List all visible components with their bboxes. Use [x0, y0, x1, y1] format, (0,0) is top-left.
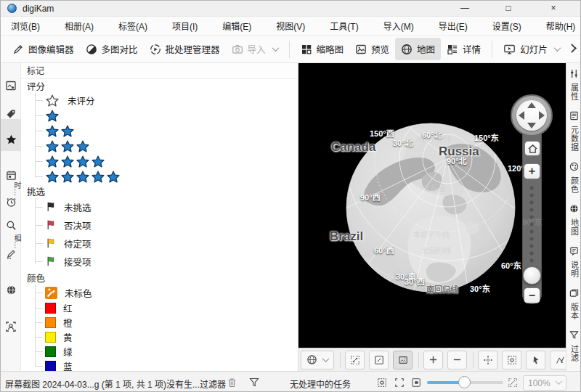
pick-row[interactable]: 待定项: [35, 234, 298, 253]
right-tab-filters[interactable]: 过滤: [569, 330, 579, 362]
trash-icon[interactable]: [227, 377, 237, 390]
sidebar-tab-dates[interactable]: [1, 170, 21, 181]
sidebar-tab-timeline-label[interactable]: 时…: [1, 181, 21, 196]
fit-width-icon[interactable]: [394, 377, 405, 390]
fit-window-button[interactable]: [369, 351, 389, 369]
color-row-label: 蓝: [63, 359, 73, 372]
zoom-in-button[interactable]: +: [524, 163, 540, 179]
color-row[interactable]: 红: [35, 301, 298, 315]
region-select-button[interactable]: [502, 351, 521, 369]
rating-row[interactable]: [35, 123, 298, 139]
sidebar-tab-albums[interactable]: [1, 80, 21, 91]
menu-item[interactable]: 导入(M): [376, 17, 421, 34]
sidebar-tab-tags[interactable]: [1, 108, 21, 120]
zoom-slider-knob[interactable]: [523, 266, 541, 285]
rating-row[interactable]: [35, 169, 298, 184]
batch-queue-button[interactable]: 批处理管理器: [144, 38, 226, 60]
zoom-percent-select[interactable]: 100%: [523, 375, 566, 391]
fit-box-icon: [374, 355, 384, 365]
map-zoom-out-button[interactable]: [447, 351, 467, 369]
star-icon: [106, 170, 121, 184]
maximize-button[interactable]: □: [496, 1, 521, 17]
menu-item[interactable]: 相册(A): [57, 17, 101, 34]
sidebar-tab-similarity-label[interactable]: 相…: [1, 234, 21, 249]
right-tab-metadata[interactable]: 元数据: [569, 110, 579, 152]
show-thumbnails-button[interactable]: [393, 351, 413, 369]
menu-item[interactable]: 标签(A): [111, 17, 155, 34]
menu-item[interactable]: 工具(T): [322, 17, 365, 34]
color-row[interactable]: 黄: [35, 330, 298, 344]
select-tool-button[interactable]: [526, 351, 545, 369]
plus-icon: [428, 355, 438, 364]
right-tab-map[interactable]: 地图: [569, 203, 579, 236]
pick-row[interactable]: 未挑选: [35, 198, 298, 216]
item-info: 屏幕截图 2024-04-03...g (第 1 项, 共 1 项): [5, 377, 166, 390]
zoom-percent-value: 100%: [528, 378, 550, 388]
sidebar-tab-similarity[interactable]: [1, 248, 21, 259]
rating-row[interactable]: 未评分: [35, 93, 298, 108]
region-zoom-icon[interactable]: [377, 377, 387, 390]
minimize-button[interactable]: —: [452, 1, 477, 17]
close-button[interactable]: ×: [541, 1, 566, 17]
right-sidebar-tabs: 属性元数据颜色地图说明版本过滤工具: [566, 63, 581, 371]
right-tab-captions-icon: [569, 245, 579, 258]
menu-item[interactable]: 视图(V): [269, 17, 312, 34]
pick-row[interactable]: 否决项: [35, 216, 298, 234]
thumbnails-button[interactable]: 缩略图: [295, 38, 350, 60]
filter-tool-button[interactable]: [550, 351, 566, 369]
fit-selection-icon[interactable]: [411, 377, 421, 390]
sidebar-tab-people[interactable]: [1, 321, 21, 332]
color-row[interactable]: 橙: [35, 315, 298, 330]
pick-row[interactable]: 接受项: [35, 253, 298, 271]
import-button[interactable]: 导入: [226, 38, 284, 60]
menu-item[interactable]: 导出(E): [431, 17, 475, 34]
rating-row[interactable]: [35, 154, 298, 169]
flag-icon: [45, 255, 57, 269]
rating-row[interactable]: [35, 139, 298, 154]
color-swatch: [45, 361, 56, 372]
image-editor-button[interactable]: 图像编辑器: [7, 38, 80, 60]
color-row[interactable]: 蓝: [35, 359, 298, 371]
arrow-up-icon[interactable]: [527, 102, 536, 108]
filter-info: 没有生...过滤器: [166, 377, 226, 390]
home-button[interactable]: [524, 141, 540, 156]
light-table-button[interactable]: 多图对比: [80, 38, 144, 60]
color-row[interactable]: 未标色: [35, 285, 298, 301]
fullscreen-icon[interactable]: [508, 377, 518, 390]
menu-item[interactable]: 浏览(B): [4, 17, 47, 34]
sidebar-tab-search[interactable]: [1, 220, 21, 231]
menu-item[interactable]: 项目(I): [165, 17, 205, 34]
sidebar-tab-map[interactable]: [1, 285, 21, 295]
slideshow-button[interactable]: 幻灯片: [497, 38, 566, 60]
thumbnail-zoom-knob[interactable]: [458, 376, 471, 388]
right-tab-colors[interactable]: 颜色: [569, 161, 579, 194]
arrow-left-icon[interactable]: [519, 111, 524, 120]
map-view[interactable]: CanadaRussiaBrazil150°西60°北150°东30°北90°北…: [298, 63, 566, 371]
details-button[interactable]: 详情: [441, 38, 487, 60]
map-button[interactable]: 地图: [395, 38, 441, 60]
pan-dpad[interactable]: [511, 94, 553, 136]
right-tab-captions[interactable]: 说明: [569, 245, 579, 278]
filter-funnel-icon[interactable]: [249, 377, 259, 389]
color-swatch: [45, 346, 56, 357]
sidebar-tab-timeline[interactable]: [1, 197, 21, 208]
toolbar-overflow-arrow[interactable]: [567, 44, 577, 53]
menu-item[interactable]: 编辑(E): [215, 17, 259, 34]
sidebar-tab-labels[interactable]: [1, 134, 21, 146]
pan-mode-button[interactable]: [478, 351, 497, 369]
menu-item[interactable]: 帮助(H): [539, 17, 581, 34]
zoom-out-button[interactable]: −: [524, 287, 540, 303]
map-zoom-in-button[interactable]: [423, 351, 443, 369]
right-tab-properties[interactable]: 属性: [569, 68, 579, 101]
arrow-right-icon[interactable]: [539, 111, 545, 120]
menu-item[interactable]: 设置(S): [485, 17, 529, 34]
slideshow-icon: [503, 44, 516, 55]
preview-button[interactable]: 预览: [349, 38, 395, 60]
arrow-down-icon[interactable]: [527, 123, 536, 128]
right-tab-versions[interactable]: 版本: [569, 287, 579, 320]
projection-select[interactable]: [301, 351, 334, 369]
zoom-to-selection-button[interactable]: [345, 351, 365, 369]
color-row-label: 绿: [63, 345, 73, 359]
color-row[interactable]: 绿: [35, 344, 298, 359]
rating-row[interactable]: [35, 108, 298, 123]
